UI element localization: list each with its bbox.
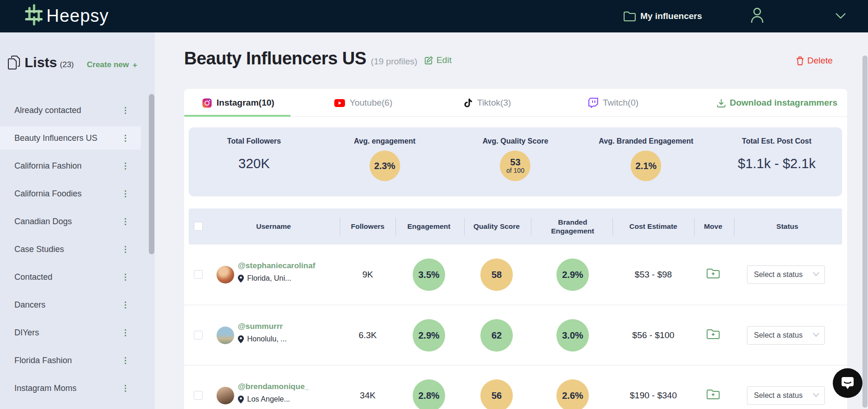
username-link[interactable]: @summurrr bbox=[238, 322, 345, 331]
list-item-menu-button[interactable] bbox=[123, 272, 128, 283]
location-label: Los Angele... bbox=[247, 395, 290, 403]
create-new-list-button[interactable]: Create new + bbox=[87, 60, 137, 69]
tab-youtube[interactable]: Youtube(6) bbox=[334, 89, 392, 117]
edit-icon bbox=[425, 56, 433, 64]
list-item-label: Florida Fashion bbox=[14, 356, 72, 365]
delete-list-button[interactable]: Delete bbox=[796, 56, 833, 66]
stat-avg-branded-engagement: Avg. Branded Engagement 2.1% bbox=[581, 127, 711, 196]
cost-estimate-value: $190 - $340 bbox=[630, 365, 677, 409]
sidebar-list-item[interactable]: Instagram Moms bbox=[0, 377, 141, 400]
download-label: Download instagrammers bbox=[730, 98, 837, 108]
move-to-list-button[interactable] bbox=[707, 389, 720, 402]
edit-list-button[interactable]: Edit bbox=[425, 55, 452, 65]
sidebar-list-item[interactable]: Dancers bbox=[0, 293, 141, 316]
user-account-button[interactable] bbox=[750, 7, 764, 25]
status-dropdown[interactable]: Select a status bbox=[747, 386, 825, 405]
list-item-label: California Foodies bbox=[14, 189, 82, 199]
stat-value: 320K bbox=[189, 156, 319, 171]
list-item-menu-button[interactable] bbox=[123, 189, 128, 199]
profiles-count: (19 profiles) bbox=[371, 57, 417, 67]
list-item-menu-button[interactable] bbox=[123, 216, 128, 227]
row-checkbox[interactable] bbox=[194, 391, 203, 400]
trash-icon bbox=[796, 57, 804, 65]
status-placeholder: Select a status bbox=[754, 331, 803, 340]
instagram-icon bbox=[202, 98, 212, 108]
stat-value: 2.1% bbox=[635, 161, 657, 171]
tab-tiktok[interactable]: Tiktok(3) bbox=[464, 89, 511, 117]
list-item-menu-button[interactable] bbox=[123, 300, 128, 310]
page-scrollbar[interactable] bbox=[862, 56, 868, 408]
row-checkbox[interactable] bbox=[194, 331, 203, 340]
sidebar-list-item[interactable]: Beauty Influencers US bbox=[0, 126, 141, 150]
list-item-menu-button[interactable] bbox=[123, 105, 128, 116]
col-followers: Followers bbox=[342, 208, 393, 245]
move-to-list-button[interactable] bbox=[707, 268, 720, 281]
folder-plus-icon bbox=[707, 328, 720, 340]
col-username: Username bbox=[227, 208, 320, 245]
active-tab-underline bbox=[184, 115, 291, 117]
col-cost-estimate: Cost Estimate bbox=[619, 208, 688, 245]
column-divider bbox=[613, 218, 613, 235]
list-item-menu-button[interactable] bbox=[123, 244, 128, 255]
tab-instagram-label: Instagram(10) bbox=[217, 98, 274, 108]
status-dropdown[interactable]: Select a status bbox=[747, 326, 825, 345]
table-row: @brendamonique_ Los Angele... 34K 2.8% 5… bbox=[184, 365, 847, 409]
sidebar-list-item[interactable]: Contacted bbox=[0, 265, 141, 289]
followers-value: 34K bbox=[360, 365, 376, 409]
chevron-down-icon bbox=[813, 272, 819, 276]
chevron-down-icon bbox=[813, 393, 819, 397]
avatar[interactable] bbox=[217, 387, 234, 404]
table-header: Username Followers Engagement Quality Sc… bbox=[189, 208, 842, 245]
status-dropdown[interactable]: Select a status bbox=[747, 265, 825, 284]
sidebar-list-item[interactable]: California Fashion bbox=[0, 154, 141, 177]
row-checkbox[interactable] bbox=[194, 270, 203, 279]
create-new-label: Create new bbox=[87, 60, 129, 69]
table-row: @summurrr Honolulu, ... 6.3K 2.9% 62 3.0… bbox=[184, 305, 847, 365]
list-item-menu-button[interactable] bbox=[123, 161, 128, 171]
stat-circle: 2.3% bbox=[370, 151, 400, 181]
avatar[interactable] bbox=[217, 327, 234, 344]
tab-twitch[interactable]: Twitch(0) bbox=[588, 89, 638, 117]
list-item-menu-button[interactable] bbox=[123, 355, 128, 366]
sidebar-list-item[interactable]: California Foodies bbox=[0, 182, 141, 205]
sidebar-scrollbar[interactable] bbox=[149, 94, 154, 254]
heepsy-logo-icon bbox=[25, 4, 43, 27]
avatar[interactable] bbox=[217, 266, 234, 283]
username-link[interactable]: @brendamonique_ bbox=[238, 382, 345, 391]
select-all-checkbox[interactable] bbox=[194, 222, 203, 231]
stat-avg-quality-score: Avg. Quality Score 53 of 100 bbox=[450, 127, 581, 196]
location-label: Florida, Uni... bbox=[247, 274, 291, 283]
lists-title: Lists bbox=[25, 55, 57, 70]
download-instagrammers-button[interactable]: Download instagrammers bbox=[717, 89, 837, 117]
tab-instagram[interactable]: Instagram(10) bbox=[202, 89, 274, 117]
list-item-menu-button[interactable] bbox=[123, 133, 128, 144]
chat-widget-button[interactable] bbox=[833, 368, 862, 398]
branded-engagement-badge: 3.0% bbox=[556, 319, 589, 352]
my-influencers-button[interactable]: My influencers bbox=[624, 11, 702, 21]
quality-score-badge: 56 bbox=[480, 379, 513, 409]
sidebar-list-item[interactable]: Florida Fashion bbox=[0, 349, 141, 372]
column-divider bbox=[396, 218, 396, 235]
move-to-list-button[interactable] bbox=[707, 328, 720, 341]
heepsy-logo[interactable]: Heepsy bbox=[25, 4, 109, 27]
edit-label: Edit bbox=[436, 55, 452, 65]
username-link[interactable]: @stephaniecarolinaf bbox=[238, 261, 345, 271]
list-content-card: Instagram(10) Youtube(6) Tiktok(3) Twitc… bbox=[184, 89, 847, 409]
quality-score-badge: 58 bbox=[480, 258, 513, 291]
chat-bubble-icon bbox=[841, 377, 855, 390]
list-item-menu-button[interactable] bbox=[123, 383, 128, 394]
list-item-menu-button[interactable] bbox=[123, 327, 128, 338]
sidebar-list-item[interactable]: Case Studies bbox=[0, 238, 141, 261]
column-divider bbox=[734, 218, 734, 235]
sidebar-list-item[interactable]: Canadian Dogs bbox=[0, 210, 141, 233]
delete-label: Delete bbox=[807, 56, 833, 66]
nav-dropdown-chevron[interactable] bbox=[836, 12, 846, 20]
column-divider bbox=[531, 218, 531, 235]
column-divider bbox=[694, 218, 695, 235]
list-item-label: Case Studies bbox=[14, 245, 64, 254]
cost-estimate-value: $53 - $98 bbox=[635, 245, 672, 305]
stat-label: Avg. Quality Score bbox=[450, 137, 581, 145]
folder-icon bbox=[624, 11, 636, 21]
sidebar-list-item[interactable]: Already contacted bbox=[0, 99, 141, 122]
sidebar-list-item[interactable]: DIYers bbox=[0, 321, 141, 344]
